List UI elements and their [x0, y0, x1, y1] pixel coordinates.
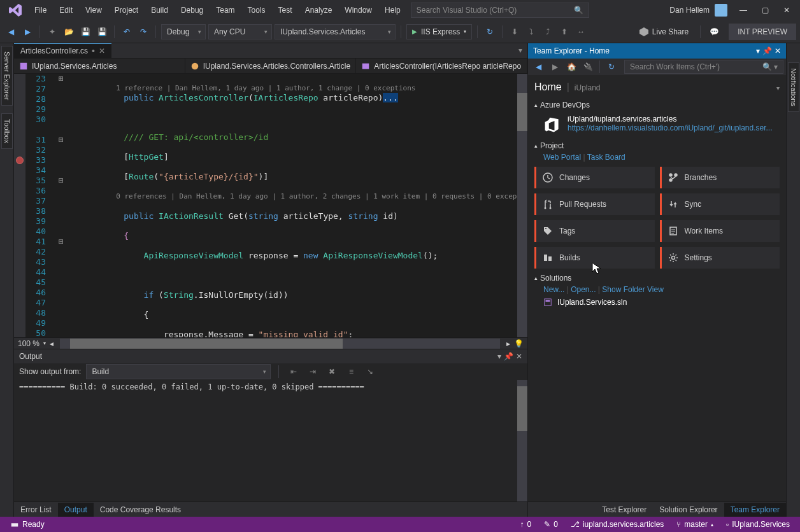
global-search[interactable]: Search Visual Studio (Ctrl+Q) 🔍 — [411, 3, 589, 18]
fold-gutter[interactable]: ⊞ ⊟ ⊟ ⊟ — [51, 74, 71, 337]
te-sync-card[interactable]: Sync — [660, 193, 780, 215]
output-wrap-icon[interactable]: ≡ — [344, 365, 358, 379]
output-source-dropdown[interactable]: Build — [86, 364, 271, 379]
breakpoint-icon[interactable] — [16, 157, 24, 164]
output-tab[interactable]: Output — [58, 503, 94, 517]
code-body[interactable]: 1 reference | Dan Hellem, 1 day ago | 1 … — [71, 74, 527, 337]
save-button[interactable]: 💾 — [78, 25, 92, 39]
maximize-button[interactable]: ▢ — [754, 2, 776, 18]
menu-help[interactable]: Help — [378, 1, 407, 19]
menu-debug[interactable]: Debug — [175, 1, 210, 19]
lightbulb-icon[interactable]: 💡 — [514, 339, 524, 348]
toolbox-tab[interactable]: Toolbox — [1, 113, 13, 149]
te-builds-card[interactable]: Builds — [534, 247, 655, 269]
hscroll-left-icon[interactable]: ◂ — [50, 339, 54, 348]
menu-window[interactable]: Window — [338, 1, 378, 19]
te-tags-card[interactable]: Tags — [534, 220, 655, 242]
save-all-button[interactable]: 💾 — [95, 25, 109, 39]
te-repo-url[interactable]: https://danhellem.visualstudio.com/iUpla… — [568, 123, 773, 132]
step-out-button[interactable]: ⤴ — [541, 25, 555, 39]
te-dropdown-icon[interactable]: ▾ — [756, 46, 760, 55]
te-devops-header[interactable]: ▴ Azure DevOps — [534, 101, 780, 109]
nav-member-dropdown[interactable]: ArticlesController(IArticlesRepo article… — [356, 59, 527, 73]
zoom-level[interactable]: 100 % — [18, 339, 39, 348]
step-over-button[interactable]: ⤵ — [524, 25, 538, 39]
menu-file[interactable]: File — [28, 1, 53, 19]
menu-build[interactable]: Build — [145, 1, 175, 19]
new-project-button[interactable]: ✦ — [45, 25, 59, 39]
minimize-button[interactable]: — — [732, 2, 754, 18]
status-branch[interactable]: ⑂ master ▴ — [670, 520, 720, 529]
te-folder-view-link[interactable]: Show Folder View — [602, 285, 664, 294]
nav-forward-button[interactable]: ▶ — [20, 25, 34, 39]
te-pin-icon[interactable]: 📌 — [762, 46, 772, 55]
config-dropdown[interactable]: Debug — [161, 24, 206, 39]
solution-explorer-tab[interactable]: Solution Explorer — [653, 503, 724, 517]
te-breadcrumb[interactable]: Home | iUpland ▾ — [534, 79, 780, 95]
te-solutions-header[interactable]: ▴ Solutions — [534, 274, 780, 283]
menu-project[interactable]: Project — [108, 1, 145, 19]
te-crumb-dropdown-icon[interactable]: ▾ — [776, 85, 780, 92]
server-explorer-tab[interactable]: Server Explorer — [1, 46, 13, 106]
output-prev-icon[interactable]: ⇤ — [287, 365, 301, 379]
te-settings-card[interactable]: Settings — [660, 247, 780, 269]
output-clear-icon[interactable]: ✖ — [325, 365, 339, 379]
step-button-2[interactable]: ↔ — [574, 25, 588, 39]
close-tab-icon[interactable]: ✕ — [99, 46, 105, 55]
output-pin-icon[interactable]: 📌 — [504, 352, 513, 361]
nav-back-button[interactable]: ◀ — [4, 25, 18, 39]
te-solution-item[interactable]: IUpland.Services.sln — [534, 294, 780, 307]
hscroll-right-icon[interactable]: ▸ — [506, 339, 510, 348]
te-task-board-link[interactable]: Task Board — [587, 153, 625, 162]
startup-dropdown[interactable]: IUpland.Services.Articles — [275, 24, 396, 39]
menu-tools[interactable]: Tools — [241, 1, 272, 19]
te-connect-icon[interactable]: 🔌 — [580, 60, 596, 74]
team-explorer-tab-bottom[interactable]: Team Explorer — [724, 503, 786, 517]
open-file-button[interactable]: 📂 — [62, 25, 76, 39]
nav-project-dropdown[interactable]: IUpland.Services.Articles — [14, 59, 185, 73]
close-button[interactable]: ✕ — [776, 2, 797, 18]
te-search-input[interactable]: Search Work Items (Ctrl+') 🔍 ▾ — [624, 60, 783, 74]
te-refresh-icon[interactable]: ↻ — [604, 60, 619, 74]
te-new-sln-link[interactable]: New... — [543, 285, 564, 294]
status-publish[interactable]: ↑ 0 — [514, 520, 538, 529]
nav-class-dropdown[interactable]: IUpland.Services.Articles.Controllers.Ar… — [185, 59, 357, 73]
te-home-icon[interactable]: 🏠 — [564, 60, 579, 74]
code-hscrollbar[interactable] — [60, 339, 500, 349]
te-open-sln-link[interactable]: Open... — [571, 285, 596, 294]
output-vscrollbar[interactable] — [517, 380, 527, 501]
undo-button[interactable]: ↶ — [120, 25, 134, 39]
te-pullrequests-card[interactable]: Pull Requests — [534, 193, 655, 215]
menu-edit[interactable]: Edit — [53, 1, 79, 19]
run-button[interactable]: ▶ IIS Express ▾ — [406, 24, 472, 39]
te-web-portal-link[interactable]: Web Portal — [543, 153, 581, 162]
menu-analyze[interactable]: Analyze — [299, 1, 339, 19]
te-project-header[interactable]: ▴ Project — [534, 141, 780, 150]
liveshare-button[interactable]: Live Share — [634, 25, 694, 39]
platform-dropdown[interactable]: Any CPU — [208, 24, 272, 39]
te-forward-icon[interactable]: ▶ — [547, 60, 562, 74]
te-workitems-card[interactable]: Work Items — [660, 220, 780, 242]
te-close-icon[interactable]: ✕ — [775, 46, 781, 55]
feedback-button[interactable]: 💬 — [707, 25, 721, 39]
status-repo[interactable]: ⎇ iupland.services.articles — [564, 520, 670, 529]
redo-button[interactable]: ↷ — [136, 25, 150, 39]
tab-overflow-icon[interactable]: ▾ — [513, 43, 527, 58]
output-dropdown-icon[interactable]: ▾ — [497, 352, 501, 361]
code-vscrollbar[interactable] — [517, 74, 527, 337]
error-list-tab[interactable]: Error List — [14, 503, 58, 517]
test-explorer-tab[interactable]: Test Explorer — [596, 503, 653, 517]
int-preview-badge[interactable]: INT PREVIEW — [729, 24, 796, 40]
refresh-button[interactable]: ↻ — [483, 25, 497, 39]
menu-test[interactable]: Test — [272, 1, 299, 19]
te-back-icon[interactable]: ◀ — [531, 60, 546, 74]
code-editor[interactable]: 23 27 28 29 30 31 32 33 34 35 36 37 38 3… — [14, 74, 527, 337]
status-solution[interactable]: ▫ IUpland.Services — [720, 520, 796, 529]
output-goto-icon[interactable]: ↘ — [363, 365, 377, 379]
output-close-icon[interactable]: ✕ — [516, 352, 522, 361]
doc-tab-active[interactable]: ArticlesController.cs • ✕ — [14, 43, 111, 58]
output-next-icon[interactable]: ⇥ — [306, 365, 320, 379]
step-into-button[interactable]: ⬇ — [508, 25, 522, 39]
te-branches-card[interactable]: Branches — [660, 167, 780, 188]
code-coverage-tab[interactable]: Code Coverage Results — [94, 503, 187, 517]
